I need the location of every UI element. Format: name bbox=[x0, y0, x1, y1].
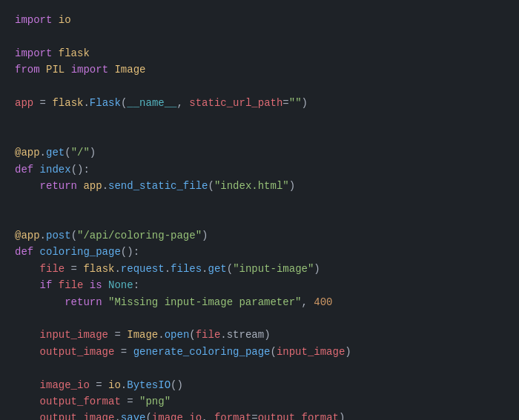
code-token bbox=[15, 296, 65, 308]
code-token: , bbox=[177, 97, 190, 109]
code-token: output_image bbox=[40, 346, 115, 358]
code-token: : bbox=[133, 279, 139, 291]
code-token: . bbox=[158, 329, 164, 341]
code-token: "index.html" bbox=[214, 180, 289, 192]
code-line: input_image = Image.open(file.stream) bbox=[15, 327, 504, 343]
code-token: ) bbox=[264, 329, 270, 341]
code-token: ) bbox=[302, 97, 308, 109]
code-line bbox=[15, 194, 504, 210]
code-token: . bbox=[114, 412, 120, 420]
code-token: ( bbox=[208, 180, 214, 192]
code-token: from bbox=[15, 64, 46, 76]
code-line: output_image = generate_coloring_page(in… bbox=[15, 344, 504, 360]
code-token: import bbox=[15, 14, 59, 26]
code-token: flask bbox=[59, 47, 90, 59]
code-token: , bbox=[202, 412, 214, 420]
code-line: def coloring_page(): bbox=[15, 244, 504, 260]
code-token: flask bbox=[83, 263, 114, 275]
code-token: , bbox=[301, 296, 314, 308]
code-token: = bbox=[114, 346, 133, 358]
code-token: return bbox=[65, 296, 108, 308]
code-token: def bbox=[15, 246, 40, 258]
code-token: "Missing input-image parameter" bbox=[108, 296, 301, 308]
code-token: . bbox=[121, 379, 127, 391]
code-token: = bbox=[121, 396, 139, 407]
code-token: static_url_path bbox=[189, 97, 282, 109]
code-token: None bbox=[108, 279, 133, 291]
code-token: ) bbox=[289, 180, 295, 192]
code-token: = bbox=[251, 412, 257, 420]
code-token: @app bbox=[15, 230, 40, 241]
code-token: ( bbox=[145, 412, 151, 420]
code-token: def bbox=[15, 164, 40, 176]
code-token: . bbox=[220, 329, 226, 341]
code-token: get bbox=[46, 147, 65, 159]
code-token: Flask bbox=[90, 97, 121, 109]
code-line: from PIL import Image bbox=[15, 61, 504, 78]
code-line: image_io = io.BytesIO() bbox=[15, 377, 504, 393]
code-token: output_format bbox=[258, 412, 339, 420]
code-token: . bbox=[102, 180, 108, 192]
code-token: . bbox=[83, 97, 89, 109]
code-token bbox=[15, 412, 40, 420]
code-token: ( bbox=[227, 263, 233, 275]
code-line bbox=[15, 79, 504, 95]
code-line: return app.send_static_file("index.html"… bbox=[15, 178, 504, 194]
code-line: import io bbox=[15, 12, 504, 28]
code-token: request bbox=[121, 263, 165, 275]
code-token bbox=[15, 180, 40, 192]
code-token: app bbox=[15, 97, 33, 109]
code-token: return bbox=[40, 180, 84, 192]
code-token: = bbox=[65, 263, 83, 275]
code-token bbox=[15, 263, 40, 275]
code-block: import io import flaskfrom PIL import Im… bbox=[15, 12, 504, 420]
code-token: stream bbox=[227, 329, 264, 341]
code-token bbox=[15, 329, 40, 341]
code-line: output_format = "png" bbox=[15, 393, 504, 410]
code-line: @app.post("/api/coloring-page") bbox=[15, 227, 504, 244]
code-token: __name__ bbox=[127, 97, 176, 109]
code-token: file bbox=[40, 263, 65, 275]
code-line: app = flask.Flask(__name__, static_url_p… bbox=[15, 95, 504, 111]
code-line bbox=[15, 128, 504, 144]
code-line bbox=[15, 211, 504, 227]
code-token: files bbox=[171, 263, 202, 275]
code-token: ) bbox=[314, 263, 320, 275]
code-token: "/api/coloring-page" bbox=[77, 230, 202, 241]
code-token: ) bbox=[90, 147, 96, 159]
code-token: io bbox=[59, 14, 71, 26]
code-token: io bbox=[108, 379, 121, 391]
code-token: . bbox=[165, 263, 171, 275]
code-token bbox=[15, 379, 40, 391]
code-line bbox=[15, 360, 504, 376]
code-token: = bbox=[33, 97, 52, 109]
code-token: 400 bbox=[314, 296, 332, 308]
code-token: coloring_page bbox=[40, 246, 121, 258]
code-token: = bbox=[90, 379, 108, 391]
code-token: ) bbox=[345, 346, 351, 358]
code-token: import bbox=[71, 64, 115, 76]
code-token: (): bbox=[121, 246, 139, 258]
code-token: () bbox=[171, 379, 183, 391]
code-line: def index(): bbox=[15, 161, 504, 178]
code-token: . bbox=[114, 263, 120, 275]
code-line bbox=[15, 310, 504, 327]
code-token: if bbox=[40, 279, 59, 291]
code-line: @app.get("/") bbox=[15, 144, 504, 161]
code-token: ( bbox=[71, 230, 77, 241]
code-token: import bbox=[15, 47, 59, 59]
code-token: Image bbox=[127, 329, 158, 341]
code-token: ( bbox=[189, 329, 195, 341]
code-token: save bbox=[121, 412, 146, 420]
code-line: output_image.save(image_io, format=outpu… bbox=[15, 410, 504, 420]
code-token: generate_coloring_page bbox=[133, 346, 271, 358]
code-token: ) bbox=[339, 412, 345, 420]
code-token: = bbox=[108, 329, 127, 341]
code-token: index bbox=[40, 164, 71, 176]
code-token: get bbox=[208, 263, 227, 275]
code-token: = bbox=[282, 97, 288, 109]
code-token: app bbox=[83, 180, 102, 192]
code-token: file bbox=[196, 329, 221, 341]
code-line: import flask bbox=[15, 45, 504, 61]
code-token: input_image bbox=[40, 329, 108, 341]
